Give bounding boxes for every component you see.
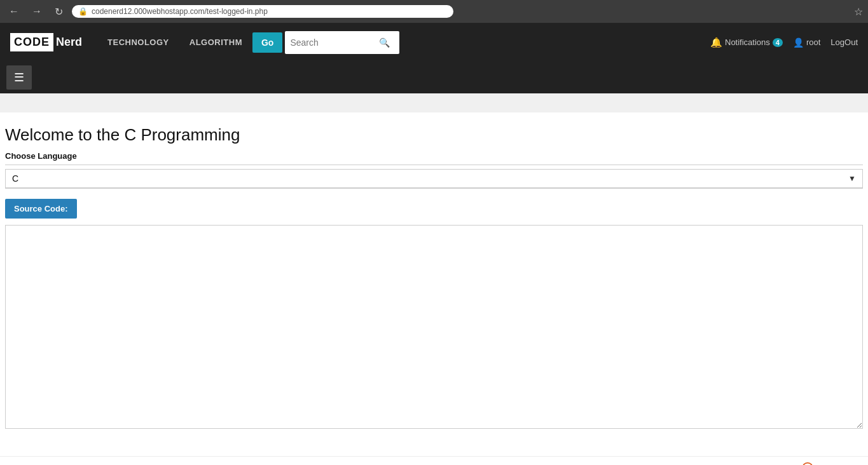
lock-icon: 🔒 (78, 7, 88, 16)
bell-icon: 🔔 (710, 37, 722, 48)
language-select-value: C (12, 173, 848, 184)
refresh-button[interactable]: ↻ (51, 4, 67, 19)
nav-right: 🔔 Notifications 4 👤 root LogOut (710, 37, 858, 48)
navbar: CODE Nerd TECHNOLOGY ALGORITHM Go 🔍 🔔 No… (0, 23, 868, 62)
choose-language-label: Choose Language (5, 151, 863, 161)
language-divider (5, 165, 863, 165)
search-icon: 🔍 (379, 37, 390, 48)
code-textarea[interactable] (5, 226, 863, 429)
logo-nerd-text: Nerd (53, 33, 85, 51)
search-input[interactable] (290, 37, 379, 48)
user-link[interactable]: 👤 root (793, 37, 820, 48)
logo-code-text: CODE (10, 33, 53, 51)
back-button[interactable]: ← (5, 4, 23, 18)
000webhost-logo-icon (801, 462, 814, 465)
logo[interactable]: CODE Nerd (10, 33, 85, 51)
notifications-badge: 4 (773, 38, 783, 47)
nav-algorithm[interactable]: ALGORITHM (179, 37, 252, 47)
gray-band (0, 93, 868, 112)
dropdown-arrow-icon: ▼ (848, 174, 856, 183)
user-label: root (806, 37, 820, 47)
go-button[interactable]: Go (252, 32, 282, 53)
search-container: 🔍 (285, 31, 399, 54)
bookmark-icon[interactable]: ☆ (854, 6, 863, 18)
browser-actions: ☆ (854, 6, 863, 18)
source-code-button[interactable]: Source Code: (5, 199, 77, 219)
page-title: Welcome to the C Programming (5, 125, 863, 145)
notifications-label: Notifications (725, 37, 770, 47)
browser-chrome: ← → ↻ 🔒 codenerd12.000webhostapp.com/tes… (0, 0, 868, 23)
footer: Powered by 000webhost (0, 456, 868, 465)
bottom-divider (5, 188, 863, 189)
url-text: codenerd12.000webhostapp.com/test-logged… (92, 7, 268, 16)
hamburger-button[interactable]: ☰ (6, 65, 32, 90)
user-icon: 👤 (793, 37, 804, 48)
main-content: Welcome to the C Programming Choose Lang… (0, 112, 868, 443)
notifications-link[interactable]: 🔔 Notifications 4 (710, 37, 783, 48)
sidebar-toggle-bar: ☰ (0, 62, 868, 93)
language-select-container[interactable]: C ▼ (5, 169, 863, 188)
url-bar[interactable]: 🔒 codenerd12.000webhostapp.com/test-logg… (72, 5, 453, 18)
footer-logo: Powered by 000webhost (759, 462, 858, 465)
nav-technology[interactable]: TECHNOLOGY (97, 37, 179, 47)
logout-button[interactable]: LogOut (830, 37, 858, 47)
forward-button[interactable]: → (28, 4, 46, 18)
nav-links: TECHNOLOGY ALGORITHM (97, 37, 252, 47)
